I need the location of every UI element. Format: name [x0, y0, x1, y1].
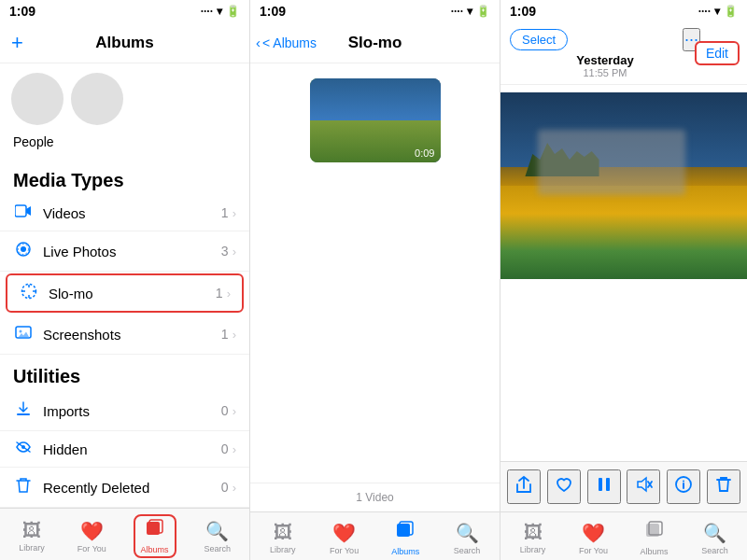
hidden-chevron: › — [233, 442, 236, 456]
left-panel: 1:09 ···· ▾ 🔋 + Albums People Media Type… — [0, 0, 250, 560]
r-tab-library[interactable]: 🖼 Library — [514, 522, 552, 554]
search-icon: 🔍 — [205, 520, 229, 542]
list-item-videos[interactable]: Videos 1 › — [0, 195, 249, 231]
m-albums-icon — [395, 520, 416, 545]
share-button[interactable] — [507, 469, 541, 504]
slo-mo-thumbnail[interactable]: 0:09 — [310, 78, 441, 162]
photo-preview[interactable] — [500, 92, 747, 279]
m-albums-label: Albums — [391, 547, 419, 556]
live-photos-chevron: › — [233, 245, 236, 259]
for-you-icon: ❤️ — [80, 520, 104, 542]
r-wifi-icon: ▾ — [714, 5, 720, 18]
video-count-label: 1 Video — [356, 491, 393, 504]
pause-button[interactable] — [587, 469, 621, 504]
m-tab-albums[interactable]: Albums — [387, 520, 424, 556]
people-section — [0, 63, 249, 134]
thumb-duration-label: 0:09 — [415, 147, 434, 159]
videos-chevron: › — [233, 206, 236, 220]
list-item-recently-deleted[interactable]: Recently Deleted 0 › — [0, 468, 249, 508]
r-tab-albums[interactable]: Albums — [636, 520, 673, 556]
r-for-you-label: For You — [579, 546, 608, 555]
r-albums-label: Albums — [640, 547, 668, 556]
r-tab-for-you[interactable]: ❤️ For You — [575, 522, 613, 555]
right-panel-content — [500, 85, 747, 461]
m-search-icon: 🔍 — [456, 522, 479, 544]
middle-time: 1:09 — [260, 4, 286, 19]
mute-button[interactable] — [627, 469, 660, 504]
screenshots-icon — [13, 324, 34, 344]
people-avatar-2 — [71, 73, 123, 125]
svg-point-10 — [20, 330, 22, 333]
middle-panel-content: 0:09 — [250, 63, 500, 483]
m-for-you-icon: ❤️ — [332, 522, 356, 544]
info-button[interactable] — [667, 469, 700, 504]
slomo-icon — [19, 283, 39, 303]
recently-deleted-count: 0 — [221, 480, 229, 495]
r-search-label: Search — [701, 546, 728, 555]
imports-icon — [13, 400, 34, 421]
tab-albums[interactable]: Albums — [134, 514, 176, 558]
battery-icon: 🔋 — [226, 5, 240, 18]
live-photos-label: Live Photos — [43, 244, 221, 259]
right-header-time: 11:55 PM — [576, 67, 633, 78]
hidden-count: 0 — [221, 441, 229, 456]
list-item-screenshots[interactable]: Screenshots 1 › — [0, 315, 249, 355]
right-header-date: Yesterday — [576, 53, 633, 67]
list-item-imports[interactable]: Imports 0 › — [0, 391, 249, 431]
video-icon — [13, 204, 34, 221]
slo-mo-thumbnail-container: 0:09 — [250, 78, 500, 162]
left-tab-bar: 🖼 Library ❤️ For You Albums 🔍 Search — [0, 508, 249, 560]
m-battery-icon: 🔋 — [476, 5, 490, 18]
back-label: < Albums — [262, 35, 317, 50]
left-panel-title: Albums — [95, 34, 153, 52]
r-albums-icon — [644, 520, 665, 545]
left-panel-content: People Media Types Videos 1 › Live Photo… — [0, 63, 249, 508]
back-to-albums-button[interactable]: ‹ < Albums — [256, 35, 317, 50]
m-signal-icon: ···· — [451, 5, 463, 18]
middle-status-bar: 1:09 ···· ▾ 🔋 — [250, 0, 500, 22]
left-header: + Albums — [0, 22, 249, 63]
hidden-icon — [13, 441, 34, 457]
r-tab-search[interactable]: 🔍 Search — [697, 522, 734, 555]
svg-rect-19 — [606, 478, 610, 491]
tab-for-you[interactable]: ❤️ For You — [73, 520, 110, 553]
library-label: Library — [19, 543, 45, 553]
select-button[interactable]: Select — [510, 29, 568, 50]
trash-icon — [13, 477, 34, 497]
tab-search[interactable]: 🔍 Search — [199, 520, 236, 553]
back-chevron-icon: ‹ — [256, 35, 261, 50]
edit-button[interactable]: Edit — [695, 41, 740, 65]
list-item-live-photos[interactable]: Live Photos 3 › — [0, 231, 249, 272]
recently-deleted-label: Recently Deleted — [43, 480, 221, 496]
middle-header: ‹ < Albums Slo-mo — [250, 22, 500, 63]
add-album-button[interactable]: + — [11, 31, 23, 55]
middle-footer: 1 Video — [250, 483, 500, 511]
for-you-label: For You — [78, 544, 106, 553]
videos-label: Videos — [43, 205, 221, 221]
m-tab-for-you[interactable]: ❤️ For You — [326, 522, 363, 555]
r-signal-icon: ···· — [698, 5, 711, 18]
svg-point-2 — [21, 246, 26, 252]
svg-point-24 — [683, 481, 684, 483]
hidden-label: Hidden — [43, 441, 221, 457]
right-header: Select ··· Yesterday 11:55 PM Edit — [500, 22, 747, 85]
r-library-icon: 🖼 — [524, 522, 543, 543]
tab-library[interactable]: 🖼 Library — [13, 520, 50, 553]
library-icon: 🖼 — [22, 520, 41, 541]
list-item-slo-mo[interactable]: Slo-mo 1 › — [6, 273, 244, 313]
r-for-you-icon: ❤️ — [582, 522, 605, 544]
svg-rect-11 — [17, 413, 30, 415]
favorite-button[interactable] — [547, 469, 581, 504]
recently-deleted-chevron: › — [233, 481, 236, 495]
imports-chevron: › — [233, 404, 236, 418]
right-panel: 1:09 ···· ▾ 🔋 Select ··· Yesterday 11:55… — [500, 0, 747, 560]
delete-button[interactable] — [707, 469, 740, 504]
list-item-hidden[interactable]: Hidden 0 › — [0, 431, 249, 468]
m-library-label: Library — [270, 545, 296, 554]
wifi-icon: ▾ — [217, 5, 222, 18]
m-tab-search[interactable]: 🔍 Search — [448, 522, 486, 555]
m-wifi-icon: ▾ — [467, 5, 472, 18]
m-tab-library[interactable]: 🖼 Library — [264, 522, 302, 554]
screenshots-label: Screenshots — [43, 327, 221, 343]
people-label: People — [0, 134, 249, 159]
